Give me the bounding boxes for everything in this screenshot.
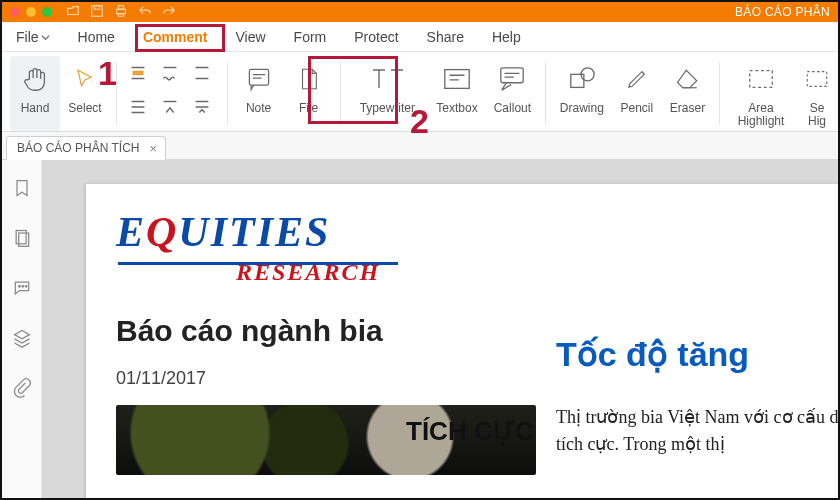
- menu-comment[interactable]: Comment: [129, 22, 222, 51]
- window-title: BÁO CÁO PHÂN: [735, 2, 830, 22]
- right-column-title: Tốc độ tăng: [556, 334, 838, 374]
- svg-rect-0: [92, 5, 103, 16]
- document-viewport[interactable]: EQUITIES RESEARCH Báo cáo ngành bia 01/1…: [42, 160, 838, 498]
- print-icon[interactable]: [114, 4, 128, 21]
- pencil-label: Pencil: [621, 102, 654, 115]
- menu-form-label: Form: [294, 29, 327, 45]
- cursor-icon: [71, 65, 99, 96]
- document-right-column: Tốc độ tăng Thị trường bia Việt Nam với …: [556, 334, 838, 458]
- squiggly-icon[interactable]: [159, 62, 185, 92]
- menu-share-label: Share: [427, 29, 464, 45]
- title-bar: BÁO CÁO PHÂN: [2, 2, 838, 22]
- right-column-body: Thị trường bia Việt Nam với cơ cấu dân s…: [556, 404, 838, 458]
- eraser-label: Eraser: [670, 102, 705, 115]
- callout-button[interactable]: Callout: [486, 56, 539, 131]
- menu-view[interactable]: View: [221, 22, 279, 51]
- menu-share[interactable]: Share: [413, 22, 478, 51]
- quick-access-toolbar: [66, 4, 176, 21]
- note-icon: [245, 65, 273, 96]
- side-panel: [2, 160, 42, 498]
- undo-icon[interactable]: [138, 4, 152, 21]
- close-tab-button[interactable]: ×: [149, 141, 157, 156]
- hand-icon: [20, 64, 50, 97]
- pages-icon[interactable]: [12, 228, 32, 252]
- underline-icon[interactable]: [191, 62, 217, 92]
- separator: [545, 62, 546, 125]
- separator: [227, 62, 228, 125]
- svg-rect-7: [445, 69, 469, 88]
- menu-comment-label: Comment: [143, 29, 208, 45]
- typewriter-icon: [367, 64, 407, 97]
- document-tabstrip: BÁO CÁO PHÂN TÍCH ×: [2, 132, 838, 160]
- shapes-icon: [567, 65, 597, 96]
- note-label: Note: [246, 102, 271, 115]
- search-highlight-button[interactable]: Se Hig: [796, 56, 830, 131]
- text-markup-group: [123, 56, 221, 131]
- replace-icon[interactable]: [191, 96, 217, 126]
- strikeout-icon[interactable]: [127, 96, 153, 126]
- menu-protect[interactable]: Protect: [340, 22, 412, 51]
- document-tab[interactable]: BÁO CÁO PHÂN TÍCH ×: [6, 136, 166, 160]
- svg-rect-5: [249, 69, 268, 85]
- document-page: EQUITIES RESEARCH Báo cáo ngành bia 01/1…: [86, 184, 838, 498]
- search-highlight-icon: [804, 66, 830, 95]
- save-icon[interactable]: [90, 4, 104, 21]
- svg-rect-1: [94, 5, 99, 9]
- menu-home-label: Home: [78, 29, 115, 45]
- layers-icon[interactable]: [12, 328, 32, 352]
- area-highlight-button[interactable]: Area Highlight: [726, 56, 796, 131]
- menu-form[interactable]: Form: [280, 22, 341, 51]
- minimize-window-button[interactable]: [26, 7, 36, 17]
- file-label: File: [299, 102, 318, 115]
- pencil-button[interactable]: Pencil: [612, 56, 662, 131]
- separator: [340, 62, 341, 125]
- file-attach-button[interactable]: File: [284, 56, 334, 131]
- bookmark-icon[interactable]: [12, 178, 32, 202]
- area-highlight-icon: [746, 66, 776, 95]
- svg-rect-4: [118, 13, 123, 16]
- fullscreen-window-button[interactable]: [42, 7, 52, 17]
- caret-icon[interactable]: [159, 96, 185, 126]
- callout-icon: [497, 65, 527, 96]
- menu-file-label: File: [16, 29, 39, 45]
- svg-rect-2: [117, 9, 126, 13]
- menu-home[interactable]: Home: [64, 22, 129, 51]
- menu-file[interactable]: File: [8, 22, 64, 51]
- textbox-label: Textbox: [436, 102, 477, 115]
- attachment-icon[interactable]: [12, 378, 32, 402]
- menu-help[interactable]: Help: [478, 22, 535, 51]
- drawing-button[interactable]: Drawing: [552, 56, 612, 131]
- window-controls: [10, 7, 52, 17]
- area-highlight-label: Area Highlight: [738, 102, 785, 128]
- search-highlight-label: Se Hig: [808, 102, 826, 128]
- separator: [116, 62, 117, 125]
- eraser-button[interactable]: Eraser: [662, 56, 713, 131]
- logo-text-post: UITIES: [178, 209, 330, 255]
- highlight-icon[interactable]: [127, 62, 153, 92]
- select-tool-button[interactable]: Select: [60, 56, 110, 131]
- menu-protect-label: Protect: [354, 29, 398, 45]
- menu-view-label: View: [235, 29, 265, 45]
- select-tool-label: Select: [68, 102, 101, 115]
- open-icon[interactable]: [66, 4, 80, 21]
- hand-tool-button[interactable]: Hand: [10, 56, 60, 131]
- svg-rect-3: [118, 5, 123, 9]
- ribbon-toolbar: Hand Select Note File T: [2, 52, 838, 132]
- redo-icon[interactable]: [162, 4, 176, 21]
- eraser-icon: [674, 66, 702, 95]
- svg-rect-8: [501, 67, 523, 82]
- menu-bar: File Home Comment View Form Protect Shar…: [2, 22, 838, 52]
- comments-icon[interactable]: [12, 278, 32, 302]
- svg-point-15: [18, 286, 20, 288]
- typewriter-label: Typewriter: [360, 102, 415, 115]
- textbox-button[interactable]: Textbox: [428, 56, 485, 131]
- logo-text-q: Q: [146, 209, 178, 255]
- close-window-button[interactable]: [10, 7, 20, 17]
- drawing-label: Drawing: [560, 102, 604, 115]
- note-button[interactable]: Note: [234, 56, 284, 131]
- logo: EQUITIES RESEARCH: [116, 208, 838, 286]
- textbox-icon: [442, 66, 472, 95]
- typewriter-button[interactable]: Typewriter: [346, 56, 428, 131]
- document-tab-label: BÁO CÁO PHÂN TÍCH: [17, 141, 139, 155]
- file-icon: [296, 65, 322, 96]
